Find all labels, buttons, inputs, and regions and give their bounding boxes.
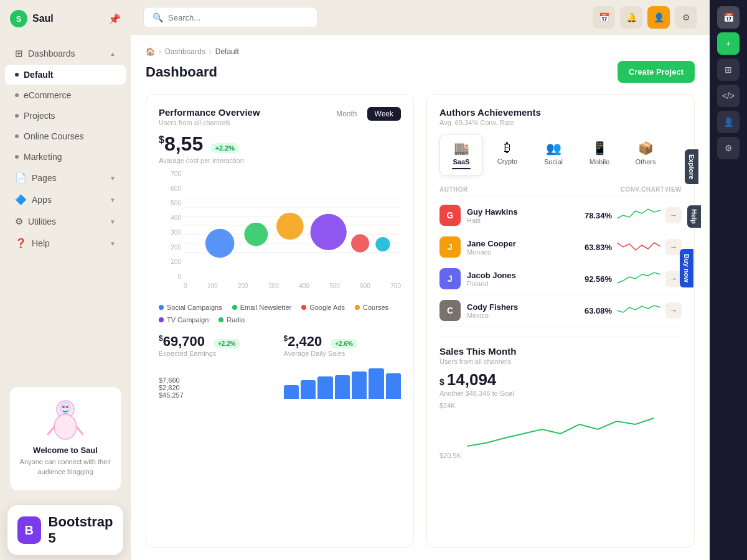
sidebar-item-marketing[interactable]: Marketing [5, 147, 126, 167]
sidebar-label-utilities: Utilities [28, 217, 56, 226]
col-view: View [664, 186, 682, 193]
buy-now-label[interactable]: Buy now [680, 249, 693, 287]
authors-table-header: Author Conv. Chart View [439, 182, 682, 197]
page-area: 🏠 › Dashboards › Default Dashboard Creat… [131, 35, 710, 560]
dot-icon [15, 155, 19, 159]
others-icon: 📦 [638, 141, 654, 156]
avatar: C [439, 300, 461, 321]
authors-category-tabs: 🏬 SaaS ₿ Crypto 👥 Social 📱 Mobile [439, 134, 682, 176]
help-icon: ❓ [15, 238, 27, 249]
calendar-btn[interactable]: 📅 [593, 6, 615, 29]
author-conv: 63.08% [585, 306, 612, 315]
table-row: G Guy Hawkins Haiti 78.34% → [439, 200, 682, 231]
tab-social[interactable]: 👥 Social [532, 134, 575, 176]
tab-crypto[interactable]: ₿ Crypto [486, 134, 529, 176]
app-name: Saul [32, 13, 54, 24]
notification-btn[interactable]: 🔔 [620, 6, 642, 29]
avatar-btn[interactable]: 👤 [647, 6, 670, 29]
chart-legend: Social Campaigns Email Newsletter Google… [159, 304, 401, 324]
bar [301, 380, 316, 399]
bootstrap-badge: B Bootstrap 5 [7, 505, 123, 555]
breadcrumb-dashboards[interactable]: Dashboards [165, 47, 205, 56]
create-project-button[interactable]: Create Project [618, 61, 695, 83]
crypto-icon: ₿ [504, 141, 510, 155]
user-rp-btn[interactable]: 👤 [717, 111, 740, 133]
sidebar-item-apps[interactable]: 🔷 Apps ▼ [5, 189, 126, 210]
page-title-row: Dashboard Create Project [146, 61, 695, 83]
saas-icon: 🏬 [454, 141, 469, 156]
gear-rp-btn[interactable]: ⚙ [717, 137, 740, 159]
pages-icon: 📄 [15, 172, 27, 184]
sidebar-item-default[interactable]: Default [5, 65, 126, 85]
chevron-up-icon: ▲ [110, 50, 116, 57]
search-box[interactable]: 🔍 [143, 7, 317, 28]
sidebar-nav: ⊞ Dashboards ▲ Default eCommerce Project… [0, 37, 131, 377]
performance-title: Performance Overview [159, 107, 260, 118]
col-chart: Chart [641, 186, 665, 193]
dot-icon [15, 93, 19, 97]
tab-week[interactable]: Week [367, 107, 401, 121]
sidebar-item-help[interactable]: ❓ Help ▼ [5, 233, 126, 254]
tab-mobile[interactable]: 📱 Mobile [578, 134, 621, 176]
avatar: J [439, 236, 461, 258]
bottom-detail: $7,660 $2,820 $45,257 [159, 365, 401, 399]
view-button[interactable]: → [665, 302, 682, 319]
legend-social: Social Campaigns [159, 304, 222, 311]
code-rp-btn[interactable]: </> [717, 85, 740, 107]
bar [352, 371, 367, 399]
legend-dot [355, 305, 360, 310]
sidebar-label-apps: Apps [32, 195, 52, 205]
bootstrap-label: Bootstrap 5 [49, 514, 113, 546]
sidebar-label-online-courses: Online Courses [24, 131, 84, 141]
sidebar-item-utilities[interactable]: ⚙ Utilities ▼ [5, 211, 126, 232]
bar [284, 385, 299, 399]
add-rp-btn[interactable]: + [717, 32, 740, 55]
sidebar-item-ecommerce[interactable]: eCommerce [5, 85, 126, 105]
search-input[interactable] [168, 13, 308, 22]
view-button[interactable]: → [665, 207, 682, 223]
dashboard-grid: Performance Overview Users from all chan… [146, 94, 695, 548]
bar [369, 368, 383, 399]
tab-month[interactable]: Month [329, 107, 364, 121]
daily-sales-label: Average Daily Sales [284, 350, 402, 357]
author-info: J Jacob Jones Poland [439, 268, 580, 289]
author-info: C Cody Fishers Mexico [439, 300, 580, 321]
active-dot [15, 73, 19, 77]
authors-card: Authors Achievements Avg. 69.34% Conv. R… [426, 94, 695, 548]
sidebar-item-dashboards[interactable]: ⊞ Dashboards ▲ [5, 43, 126, 64]
sales-month-section: Sales This Month Users from all channels… [439, 337, 682, 459]
legend-dot [232, 305, 237, 310]
mini-chart [617, 301, 660, 320]
author-name: Cody Fishers [467, 302, 518, 312]
bubble-social [205, 229, 235, 258]
sidebar-logo: S Saul [10, 10, 54, 27]
help-label[interactable]: Help [687, 205, 701, 228]
bar [386, 373, 401, 399]
author-info: J Jane Cooper Monaco [439, 236, 580, 258]
sidebar-item-projects[interactable]: Projects [5, 106, 126, 126]
calendar-rp-btn[interactable]: 📅 [717, 6, 740, 29]
explore-label[interactable]: Explore [685, 149, 698, 184]
daily-sales-badge: +2.6% [331, 339, 357, 348]
daily-sales-value: $2,420 [284, 334, 322, 350]
pin-icon[interactable]: 📌 [108, 13, 121, 25]
astronaut-illustration [40, 397, 90, 441]
performance-badge: +2.2% [211, 143, 240, 153]
sidebar-item-pages[interactable]: 📄 Pages ▼ [5, 167, 126, 189]
bootstrap-icon: B [17, 516, 41, 544]
chevron-down-icon: ▼ [110, 240, 116, 247]
legend-radio: Radio [218, 316, 245, 324]
tab-saas[interactable]: 🏬 SaaS [439, 134, 483, 176]
sidebar-item-online-courses[interactable]: Online Courses [5, 126, 126, 146]
crypto-label: Crypto [497, 157, 517, 165]
sidebar-label-pages: Pages [32, 173, 57, 183]
chart-y-labels: 7006005004003002001000 [159, 170, 181, 280]
author-name: Jacob Jones [467, 271, 516, 280]
mobile-icon: 📱 [592, 141, 608, 156]
settings-btn[interactable]: ⚙ [675, 6, 697, 29]
grid-rp-btn[interactable]: ⊞ [717, 58, 740, 81]
sales-month-subtitle: Users from all channels [439, 358, 682, 365]
tab-others[interactable]: 📦 Others [624, 134, 667, 176]
others-label: Others [635, 158, 655, 166]
sales-chart [439, 412, 682, 449]
